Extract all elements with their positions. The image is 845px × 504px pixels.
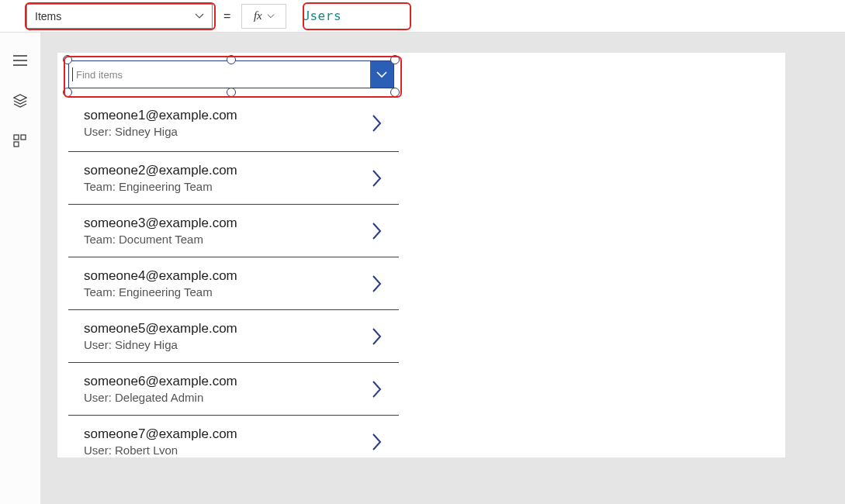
formula-input[interactable]: Users bbox=[294, 2, 845, 30]
property-selector[interactable]: Items bbox=[26, 4, 213, 29]
selection-handle[interactable] bbox=[63, 88, 72, 97]
selection-handle[interactable] bbox=[227, 55, 236, 64]
selection-handle[interactable] bbox=[227, 88, 236, 97]
selection-handle[interactable] bbox=[63, 55, 72, 64]
list-item-title: someone3@example.com bbox=[84, 216, 371, 231]
chevron-down-icon bbox=[267, 12, 275, 20]
chevron-right-icon[interactable] bbox=[371, 274, 390, 294]
list-item-subtitle: User: Robert Lyon bbox=[84, 444, 371, 454]
svg-rect-2 bbox=[14, 142, 19, 147]
list-item-title: someone7@example.com bbox=[84, 426, 371, 442]
list-item-title: someone2@example.com bbox=[84, 163, 371, 178]
list-item-subtitle: Team: Engineering Team bbox=[84, 180, 371, 193]
left-rail bbox=[0, 33, 40, 504]
formula-text: Users bbox=[302, 9, 341, 23]
list-item-title: someone6@example.com bbox=[84, 374, 371, 389]
fx-label: fx bbox=[254, 9, 262, 22]
list-item-text: someone7@example.comUser: Robert Lyon bbox=[84, 426, 371, 454]
list-item-subtitle: User: Sidney Higa bbox=[84, 125, 371, 138]
combobox-input[interactable]: Find items bbox=[72, 67, 370, 81]
chevron-right-icon[interactable] bbox=[371, 379, 390, 399]
canvas-area: Find items someone1@example.comUser: Sid… bbox=[40, 33, 845, 504]
list-item[interactable]: someone7@example.comUser: Robert Lyon bbox=[68, 416, 399, 454]
hamburger-icon[interactable] bbox=[12, 53, 28, 68]
selection-handle[interactable] bbox=[390, 55, 400, 64]
formula-bar: Items = fx Users bbox=[0, 0, 845, 33]
chevron-right-icon[interactable] bbox=[371, 113, 390, 133]
combobox-control[interactable]: Find items bbox=[68, 60, 394, 91]
list-item-title: someone1@example.com bbox=[84, 108, 371, 123]
list-item-subtitle: Team: Document Team bbox=[84, 233, 371, 246]
list-item-subtitle: User: Sidney Higa bbox=[84, 338, 371, 351]
equals-label: = bbox=[220, 9, 234, 23]
list-item-text: someone2@example.comTeam: Engineering Te… bbox=[84, 163, 371, 193]
components-icon[interactable] bbox=[12, 133, 28, 149]
list-item-subtitle: User: Delegated Admin bbox=[84, 391, 371, 404]
app-canvas[interactable]: Find items someone1@example.comUser: Sid… bbox=[57, 53, 785, 457]
chevron-right-icon[interactable] bbox=[371, 168, 390, 188]
list-item-subtitle: Team: Engineering Team bbox=[84, 285, 371, 299]
list-item[interactable]: someone4@example.comTeam: Engineering Te… bbox=[68, 257, 399, 310]
list-item-text: someone6@example.comUser: Delegated Admi… bbox=[84, 374, 371, 404]
chevron-down-icon bbox=[376, 68, 388, 81]
list-item[interactable]: someone6@example.comUser: Delegated Admi… bbox=[68, 363, 399, 416]
list-item-text: someone1@example.comUser: Sidney Higa bbox=[84, 108, 371, 138]
list-item[interactable]: someone1@example.comUser: Sidney Higa bbox=[68, 99, 399, 152]
property-selector-label: Items bbox=[35, 10, 61, 22]
selection-handle[interactable] bbox=[390, 88, 400, 97]
svg-rect-0 bbox=[14, 135, 19, 140]
list-item-text: someone5@example.comUser: Sidney Higa bbox=[84, 321, 371, 351]
list-item-text: someone3@example.comTeam: Document Team bbox=[84, 216, 371, 246]
list-item[interactable]: someone3@example.comTeam: Document Team bbox=[68, 205, 399, 257]
chevron-right-icon[interactable] bbox=[371, 432, 390, 452]
list-item-text: someone4@example.comTeam: Engineering Te… bbox=[84, 268, 371, 299]
list-item[interactable]: someone5@example.comUser: Sidney Higa bbox=[68, 310, 399, 363]
chevron-right-icon[interactable] bbox=[371, 221, 390, 241]
layers-icon[interactable] bbox=[12, 93, 28, 109]
combobox-dropdown-button[interactable] bbox=[370, 61, 393, 88]
gallery-scroll[interactable]: someone1@example.comUser: Sidney Higasom… bbox=[68, 99, 399, 454]
chevron-down-icon bbox=[195, 12, 204, 21]
chevron-right-icon[interactable] bbox=[371, 326, 390, 347]
list-item-title: someone5@example.com bbox=[84, 321, 371, 337]
gallery-control: someone1@example.comUser: Sidney Higasom… bbox=[68, 99, 399, 454]
fx-button[interactable]: fx bbox=[241, 4, 286, 29]
list-item[interactable]: someone2@example.comTeam: Engineering Te… bbox=[68, 152, 399, 205]
list-item-title: someone4@example.com bbox=[84, 268, 371, 284]
svg-rect-1 bbox=[21, 135, 26, 140]
